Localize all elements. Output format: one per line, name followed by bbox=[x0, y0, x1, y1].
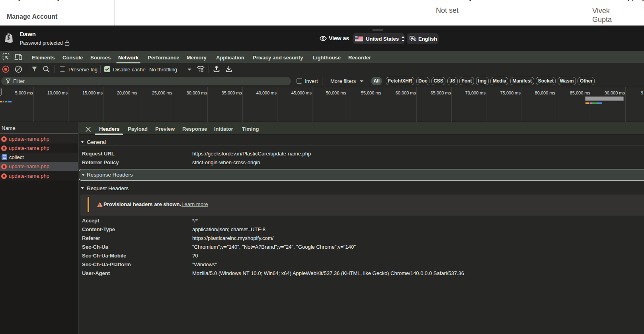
svg-text:A: A bbox=[411, 36, 413, 40]
